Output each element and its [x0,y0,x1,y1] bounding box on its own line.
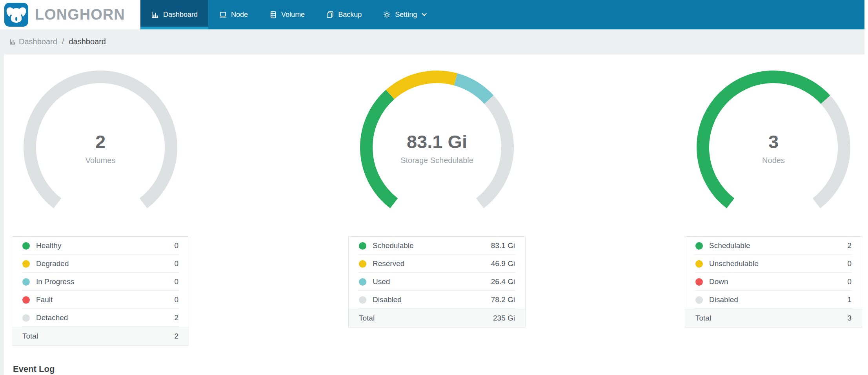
status-value: 1 [847,295,852,304]
nav-label: Backup [338,11,362,19]
legend-row: Disabled 1 [685,291,862,309]
gauge-segment [456,79,489,100]
nav-item-volume[interactable]: Volume [258,0,315,29]
nav-label: Node [231,11,248,19]
total-label: Total [22,332,38,341]
legend-total-row: Total 3 [685,309,862,327]
status-label: Healthy [36,241,61,250]
legend-row: Down 0 [685,273,862,291]
status-label: In Progress [36,277,74,286]
main-nav: Dashboard Node Volume Backup [140,0,437,29]
total-value: 2 [174,332,178,341]
status-value: 0 [174,295,178,304]
status-value: 78.2 Gi [491,295,515,304]
longhorn-bull-icon [4,2,29,27]
status-color-dot [22,278,30,286]
nav-label: Dashboard [163,11,198,19]
status-label: Unschedulable [709,259,759,268]
status-label: Schedulable [709,241,750,250]
bar-chart-icon [151,11,159,19]
total-value: 3 [847,314,852,322]
gauge-segment [703,77,826,203]
bar-chart-icon [9,38,16,45]
status-value: 83.1 Gi [491,241,515,250]
status-value: 46.9 Gi [491,259,515,268]
nav-item-setting[interactable]: Setting [372,0,437,29]
legend-total-row: Total 235 Gi [349,309,525,327]
nav-label: Setting [395,11,417,19]
status-color-dot [695,296,703,304]
dashboard-card: 2 Volumes Healthy 0 Degraded 0 In Progre… [4,54,864,375]
nav-label: Volume [281,11,305,19]
status-value: 0 [174,277,178,286]
status-label: Disabled [709,295,738,304]
status-value: 0 [174,259,178,268]
status-value: 0 [174,241,178,250]
legend-row: Healthy 0 [12,237,189,255]
nav-item-dashboard[interactable]: Dashboard [140,0,208,29]
status-color-dot [359,260,366,268]
chevron-down-icon [422,11,427,16]
legend-row: Disabled 78.2 Gi [349,291,525,309]
total-label: Total [359,314,375,322]
status-value: 2 [847,241,852,250]
storage-gauge-chart [348,54,526,236]
copy-icon [326,11,334,19]
gauge-segment [366,94,394,203]
status-value: 0 [847,277,852,286]
nav-item-node[interactable]: Node [208,0,258,29]
status-color-dot [695,242,703,250]
laptop-icon [219,11,227,19]
status-color-dot [22,296,30,304]
gauge-segment [480,100,508,203]
legend-row: Unschedulable 0 [685,255,862,273]
status-color-dot [22,242,30,250]
legend-row: Used 26.4 Gi [349,273,525,291]
status-value: 26.4 Gi [491,277,515,286]
nodes-panel: 3 Nodes Schedulable 2 Unschedulable 0 Do… [685,54,862,236]
nav-item-backup[interactable]: Backup [315,0,372,29]
gauge-segment [30,77,171,203]
status-label: Reserved [373,259,404,268]
total-value: 235 Gi [493,314,515,322]
status-color-dot [359,278,366,286]
volumes-legend-table: Healthy 0 Degraded 0 In Progress 0 Fault… [12,236,189,346]
nodes-legend-table: Schedulable 2 Unschedulable 0 Down 0 Dis… [685,236,862,328]
legend-row: Degraded 0 [12,255,189,273]
scrollbar-track[interactable] [864,0,868,375]
gauge-segment [390,77,456,94]
gauge-segment [817,100,844,203]
legend-row: Reserved 46.9 Gi [349,255,525,273]
breadcrumb-section[interactable]: Dashboard [19,37,57,46]
app-logo[interactable]: LONGHORN [0,0,140,29]
legend-row: Schedulable 83.1 Gi [349,237,525,255]
storage-legend-table: Schedulable 83.1 Gi Reserved 46.9 Gi Use… [348,236,526,328]
volumes-panel: 2 Volumes Healthy 0 Degraded 0 In Progre… [12,54,189,236]
legend-row: Detached 2 [12,309,189,327]
breadcrumb-current-page: dashboard [69,37,106,46]
status-label: Degraded [36,259,69,268]
status-value: 2 [174,313,178,322]
status-color-dot [22,260,30,268]
status-label: Detached [36,313,68,322]
nodes-gauge-chart [685,54,862,236]
event-log-heading: Event Log [13,364,55,374]
status-color-dot [359,242,366,250]
legend-row: Fault 0 [12,291,189,309]
breadcrumb-separator: / [60,37,66,46]
gear-icon [383,11,391,19]
top-nav-bar: LONGHORN Dashboard Node [0,0,864,29]
status-color-dot [695,260,703,268]
status-label: Schedulable [373,241,414,250]
status-label: Fault [36,295,53,304]
status-label: Used [373,277,390,286]
legend-total-row: Total 2 [12,327,189,345]
status-value: 0 [847,259,852,268]
volumes-gauge-chart [12,54,189,236]
total-label: Total [695,314,711,322]
status-label: Disabled [373,295,402,304]
database-icon [269,11,277,19]
status-color-dot [695,278,703,286]
storage-panel: 83.1 Gi Storage Schedulable Schedulable … [348,54,526,236]
status-label: Down [709,277,728,286]
